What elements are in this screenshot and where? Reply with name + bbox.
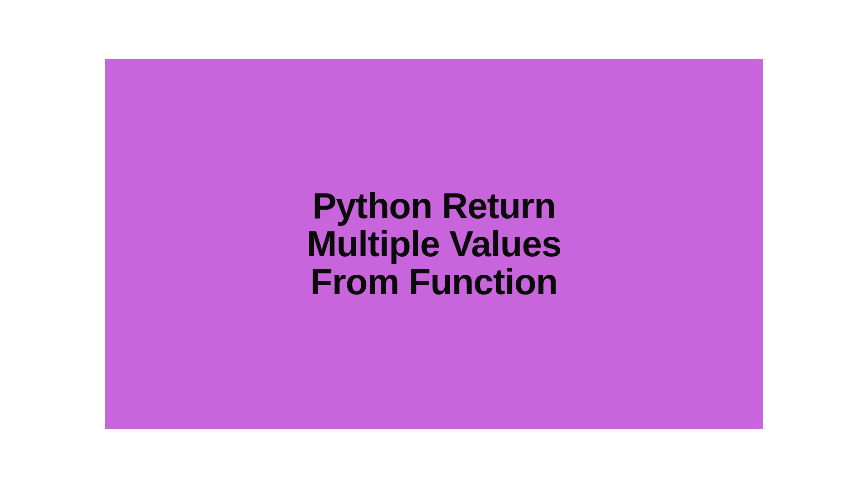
title-line-3: From Function xyxy=(311,262,558,302)
title-card: Python Return Multiple Values From Funct… xyxy=(105,59,763,429)
title-line-2: Multiple Values xyxy=(307,224,561,264)
card-title: Python Return Multiple Values From Funct… xyxy=(307,187,561,301)
title-line-1: Python Return xyxy=(312,186,556,226)
